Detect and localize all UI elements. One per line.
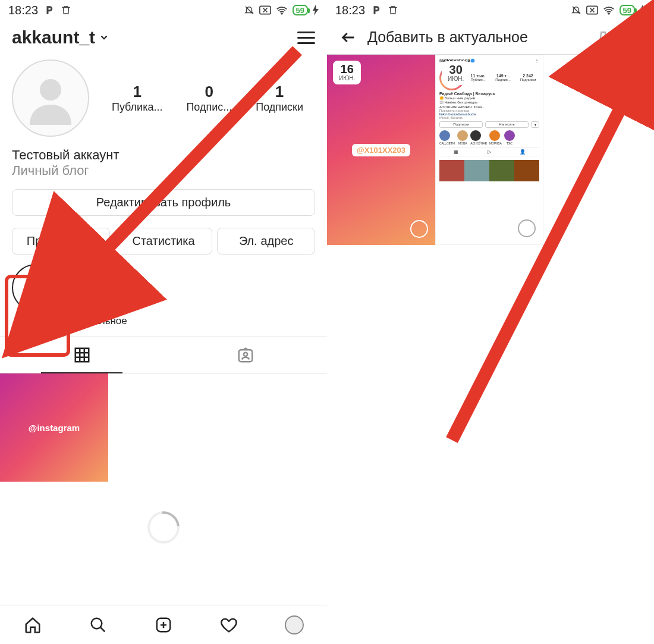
nav-activity[interactable] (219, 615, 239, 635)
nav-profile[interactable] (284, 615, 304, 635)
menu-dots-icon: ⋮ (534, 58, 539, 63)
tab-tagged[interactable] (164, 337, 327, 373)
trash-icon (388, 5, 398, 15)
stat-following[interactable]: 1 Подписки (256, 83, 303, 114)
bottom-nav (0, 605, 327, 644)
profile-stats: 1 Публика... 0 Подпис... 1 Подписки (100, 83, 315, 114)
battery-indicator: 59 (620, 5, 635, 15)
nav-search[interactable] (88, 615, 108, 635)
status-time: 18:23 (335, 4, 365, 17)
bell-off-icon (244, 5, 254, 15)
posts-grid: @instagram (0, 373, 327, 482)
highlights-row: Добавить Актуальное (0, 255, 327, 337)
svg-point-5 (243, 353, 247, 356)
home-icon (24, 616, 42, 634)
status-bar: 18:23 59 (327, 0, 654, 20)
profile-bio: Тестовый аккаунт Личный блог (12, 147, 315, 178)
post-thumbnail[interactable]: @instagram (0, 373, 108, 482)
screen-title: Добавить в актуальное (367, 29, 587, 46)
charging-icon (640, 5, 646, 15)
menu-button[interactable] (297, 32, 315, 44)
username-switcher[interactable]: akkaunt_t (12, 27, 109, 48)
tagged-icon (237, 346, 254, 364)
parking-icon (44, 5, 55, 15)
grid-icon (73, 346, 91, 364)
avatar[interactable] (12, 59, 89, 137)
trash-icon (61, 5, 71, 15)
add-to-highlights-screen: 18:23 59 Добавить в актуальное Далее 16 … (327, 0, 654, 644)
verified-icon (470, 58, 475, 63)
promo-button[interactable]: Промоакции (12, 228, 110, 255)
nav-home[interactable] (23, 615, 43, 635)
profile-tabs (0, 337, 327, 373)
close-box-icon (259, 5, 271, 15)
stats-button[interactable]: Статистика (115, 228, 213, 255)
close-box-icon (586, 5, 598, 15)
highlight-item[interactable]: Актуальное (73, 264, 127, 327)
post-caption: @instagram (29, 423, 80, 433)
battery-indicator: 59 (293, 5, 308, 15)
plus-box-icon (155, 616, 172, 634)
parking-icon (371, 5, 382, 15)
profile-section: 1 Публика... 0 Подпис... 1 Подписки Тест… (0, 55, 327, 178)
highlight-add-label: Добавить (12, 315, 59, 327)
chevron-down-icon (99, 32, 109, 43)
story-date-badge: 16 ИЮН. (333, 61, 361, 84)
tab-grid[interactable] (0, 337, 164, 373)
story-thumbnail[interactable]: 16 ИЮН. @X101XX203 (327, 55, 435, 245)
username-label: akkaunt_t (12, 27, 95, 48)
bell-off-icon (571, 5, 581, 15)
default-avatar-icon (21, 68, 80, 128)
nav-avatar-icon (285, 615, 304, 634)
svg-point-1 (281, 13, 282, 14)
loading-spinner (141, 505, 186, 550)
screen-header: Добавить в актуальное Далее (327, 20, 654, 55)
profile-screen: 18:23 59 akkaunt_t 1 (0, 0, 327, 644)
story-picker-grid: 16 ИЮН. @X101XX203 30 ИЮН. radiosvaboda … (327, 55, 654, 245)
story-date-badge: 30 ИЮН. (442, 61, 470, 85)
status-time: 18:23 (8, 4, 38, 17)
stat-posts[interactable]: 1 Публика... (112, 83, 162, 114)
highlight-item-label: Актуальное (73, 315, 127, 327)
selection-circle[interactable] (410, 220, 428, 238)
highlight-add[interactable]: Добавить (12, 264, 59, 327)
back-icon[interactable] (340, 29, 357, 46)
heart-icon (220, 616, 238, 634)
svg-point-2 (40, 79, 61, 100)
edit-profile-button[interactable]: Редактировать профиль (12, 189, 315, 216)
plus-icon (25, 277, 46, 299)
svg-point-6 (92, 618, 102, 629)
svg-rect-3 (75, 348, 89, 362)
display-name: Тестовый аккаунт (12, 147, 315, 163)
svg-point-9 (608, 13, 609, 14)
next-button[interactable]: Далее (598, 29, 641, 46)
svg-point-10 (471, 58, 475, 62)
stat-followers[interactable]: 0 Подпис... (186, 83, 232, 114)
profile-header: akkaunt_t (0, 20, 327, 55)
story-thumbnail[interactable]: 30 ИЮН. radiosvaboda ⋮ 11 тыс.Публик... … (435, 55, 543, 245)
nav-create[interactable] (153, 615, 174, 635)
wifi-icon (603, 5, 615, 15)
selection-circle[interactable] (518, 219, 536, 237)
email-button[interactable]: Эл. адрес (217, 228, 315, 255)
mention-sticker: @X101XX203 (352, 144, 410, 156)
category-label: Личный блог (12, 163, 315, 178)
search-icon (89, 616, 107, 634)
wifi-icon (276, 5, 288, 15)
status-bar: 18:23 59 (0, 0, 327, 20)
charging-icon (313, 5, 319, 15)
